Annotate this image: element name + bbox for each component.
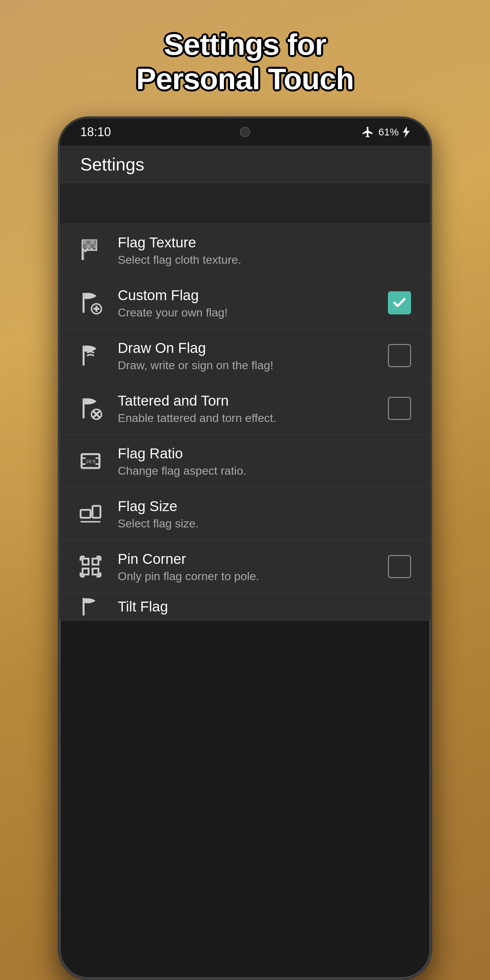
tattered-torn-control[interactable] — [386, 395, 413, 422]
pin-corner-checkbox[interactable] — [388, 555, 411, 578]
svg-rect-11 — [86, 240, 91, 244]
svg-text:16:9: 16:9 — [86, 459, 95, 464]
draw-on-flag-text: Draw On Flag Draw, write or sign on the … — [118, 339, 372, 372]
flag-size-icon — [77, 500, 104, 527]
settings-item-flag-texture[interactable]: Flag Texture Select flag cloth texture. — [60, 224, 430, 277]
status-bar: 18:10 61% — [60, 118, 430, 146]
svg-rect-27 — [92, 506, 100, 518]
tattered-torn-checkbox[interactable] — [388, 397, 411, 420]
tattered-torn-title: Tattered and Torn — [118, 392, 372, 410]
flag-size-text: Flag Size Select flag size. — [118, 497, 413, 531]
pin-corner-subtitle: Only pin flag corner to pole. — [118, 569, 372, 584]
settings-item-flag-size[interactable]: Flag Size Select flag size. — [60, 488, 430, 540]
settings-item-tattered-torn[interactable]: Tattered and Torn Enable tattered and to… — [60, 382, 430, 435]
pin-corner-control[interactable] — [386, 553, 413, 580]
pin-corner-title: Pin Corner — [118, 550, 372, 569]
custom-flag-checkbox-checked[interactable] — [388, 291, 411, 314]
flag-size-title: Flag Size — [118, 497, 413, 516]
svg-rect-10 — [83, 244, 87, 248]
tattered-flag-icon — [77, 395, 104, 422]
settings-item-draw-on-flag[interactable]: Draw On Flag Draw, write or sign on the … — [60, 329, 430, 382]
flag-ratio-subtitle: Change flag aspect ratio. — [118, 463, 413, 478]
svg-rect-13 — [95, 240, 97, 244]
flag-ratio-icon: 16:9 — [77, 447, 104, 475]
status-time: 18:10 — [80, 125, 111, 139]
phone-frame: 18:10 61% Settings — [58, 116, 432, 980]
settings-item-flag-ratio[interactable]: 16:9 Flag Ratio Change flag aspect ratio… — [60, 435, 430, 488]
settings-list: Flag Texture Select flag cloth texture. … — [60, 224, 430, 620]
svg-rect-7 — [91, 240, 95, 244]
tilt-flag-icon — [77, 593, 104, 620]
svg-rect-26 — [81, 510, 91, 518]
app-bar-title: Settings — [80, 154, 144, 175]
section-gap — [60, 183, 430, 224]
settings-item-pin-corner[interactable]: Pin Corner Only pin flag corner to pole. — [60, 540, 430, 593]
page-title: Settings for Personal Touch — [136, 0, 354, 116]
tattered-torn-subtitle: Enable tattered and torn effect. — [118, 410, 372, 425]
draw-on-flag-subtitle: Draw, write or sign on the flag! — [118, 358, 372, 372]
tilt-flag-text: Tilt Flag — [118, 598, 413, 616]
tattered-torn-text: Tattered and Torn Enable tattered and to… — [118, 392, 372, 425]
flag-ratio-title: Flag Ratio — [118, 444, 413, 463]
tilt-flag-title: Tilt Flag — [118, 598, 413, 616]
draw-flag-icon — [77, 342, 104, 369]
settings-item-tilt-flag[interactable]: Tilt Flag — [60, 593, 430, 620]
airplane-icon — [361, 126, 374, 138]
app-bar: Settings — [60, 146, 430, 183]
pin-corner-text: Pin Corner Only pin flag corner to pole. — [118, 550, 372, 584]
flag-texture-subtitle: Select flag cloth texture. — [118, 252, 413, 267]
flag-texture-icon — [77, 237, 104, 264]
flag-texture-title: Flag Texture — [118, 234, 413, 252]
svg-rect-6 — [83, 240, 87, 244]
draw-on-flag-title: Draw On Flag — [118, 339, 372, 358]
custom-flag-text: Custom Flag Create your own flag! — [118, 286, 372, 320]
battery-bolt-icon — [403, 126, 410, 138]
flag-size-subtitle: Select flag size. — [118, 516, 413, 531]
draw-on-flag-control[interactable] — [386, 342, 413, 369]
flag-texture-text: Flag Texture Select flag cloth texture. — [118, 234, 413, 267]
settings-item-custom-flag[interactable]: Custom Flag Create your own flag! — [60, 277, 430, 329]
custom-flag-icon — [77, 289, 104, 317]
custom-flag-control[interactable] — [386, 289, 413, 317]
flag-ratio-text: Flag Ratio Change flag aspect ratio. — [118, 444, 413, 478]
svg-rect-9 — [95, 244, 97, 248]
custom-flag-subtitle: Create your own flag! — [118, 305, 372, 320]
pin-corner-icon — [77, 553, 104, 580]
svg-rect-12 — [91, 244, 95, 248]
camera-dot — [240, 127, 250, 137]
custom-flag-title: Custom Flag — [118, 286, 372, 305]
draw-on-flag-checkbox[interactable] — [388, 344, 411, 367]
status-icons: 61% — [361, 126, 410, 138]
battery-percentage: 61% — [379, 126, 399, 138]
svg-rect-8 — [86, 244, 91, 248]
